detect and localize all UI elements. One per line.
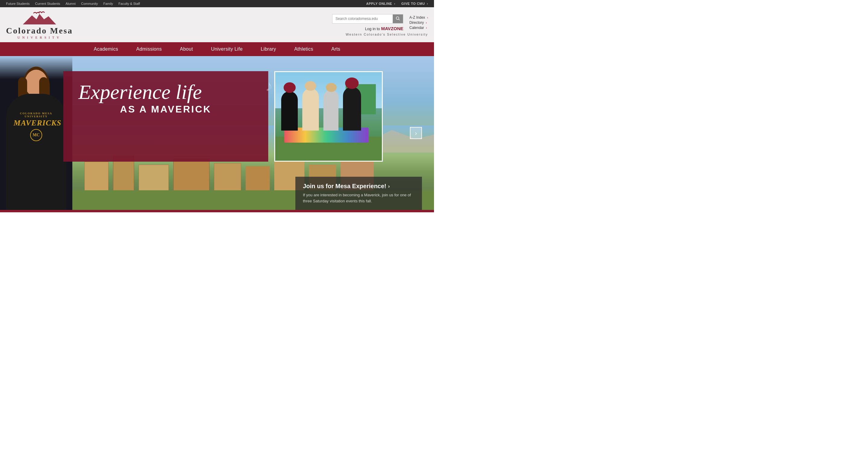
carousel-next-button[interactable]: › [410, 127, 422, 139]
head-4 [345, 78, 359, 89]
calendar-link[interactable]: Calendar › [409, 26, 427, 30]
nav-university-life[interactable]: University Life [202, 42, 252, 56]
nav-current-students[interactable]: Current Students [35, 2, 60, 5]
activity-scene [275, 72, 382, 161]
info-arrow-icon: › [388, 184, 390, 189]
bottom-accent-bar [0, 210, 434, 212]
head-2 [305, 81, 316, 91]
give-to-cmu-link[interactable]: GIVE TO CMU › [401, 2, 428, 5]
hero-info-title: Join us for Mesa Experience! › [303, 183, 414, 190]
head-3 [326, 83, 337, 92]
az-chevron-icon: › [427, 16, 428, 19]
search-button[interactable] [393, 15, 403, 23]
nav-alumni[interactable]: Alumni [65, 2, 76, 5]
header-right: Log in to MAVZONE A-Z Index › Directory … [332, 14, 428, 36]
banner-text-block: Experience life AS A MAVERICK ♪ [63, 71, 268, 162]
apply-online-link[interactable]: APPLY ONLINE › [366, 2, 395, 5]
person-3 [323, 90, 338, 131]
mavzone-brand[interactable]: MAVZONE [381, 26, 403, 31]
calendar-chevron-icon: › [426, 26, 427, 30]
nav-family[interactable]: Family [103, 2, 113, 5]
music-note-decoration: ♪ [265, 77, 273, 95]
nav-admissions[interactable]: Admissions [127, 42, 171, 56]
hero-info-text: If you are interested in becoming a Mave… [303, 192, 414, 204]
search-input[interactable] [333, 15, 393, 23]
top-bar: Future Students Current Students Alumni … [0, 0, 434, 7]
building-4 [173, 158, 210, 192]
nav-faculty-staff[interactable]: Faculty & Staff [119, 2, 140, 5]
az-index-link[interactable]: A-Z Index › [409, 16, 428, 20]
nav-future-students[interactable]: Future Students [6, 2, 30, 5]
cmu-text: COLORADO MESA UNIVERSITY [13, 112, 59, 118]
svg-point-0 [396, 17, 399, 19]
top-bar-left: Future Students Current Students Alumni … [6, 2, 140, 5]
tagline: Western Colorado's Selective University [346, 33, 428, 36]
search-icon [396, 16, 400, 21]
hero-banner: Experience life AS A MAVERICK ♪ [63, 71, 425, 162]
hero-section: COLORADO MESA UNIVERSITY MAVERICKS MC Ex… [0, 56, 434, 210]
building-5 [214, 163, 241, 192]
building-1 [84, 162, 108, 192]
student-photo-area: COLORADO MESA UNIVERSITY MAVERICKS MC [0, 56, 72, 210]
main-nav: Academics Admissions About University Li… [0, 42, 434, 56]
head-1 [284, 82, 296, 93]
utility-links: A-Z Index › Directory › Calendar › [409, 16, 428, 30]
person-2 [302, 88, 319, 131]
person-4 [343, 87, 361, 131]
university-subtitle: UNIVERSITY [18, 36, 61, 39]
directory-chevron-icon: › [426, 21, 427, 24]
logo-area: Colorado Mesa UNIVERSITY [6, 11, 73, 39]
banner-activity-image [274, 71, 383, 162]
cmu-mountain-logo [20, 11, 59, 25]
directory-link[interactable]: Directory › [409, 21, 427, 25]
sweatshirt-text-area: COLORADO MESA UNIVERSITY MAVERICKS MC [13, 112, 59, 141]
mavericks-text: MAVERICKS [13, 118, 59, 127]
nav-library[interactable]: Library [252, 42, 285, 56]
building-6 [246, 166, 270, 192]
nav-community[interactable]: Community [81, 2, 98, 5]
search-box [332, 14, 403, 24]
nav-arts[interactable]: Arts [322, 42, 349, 56]
nav-athletics[interactable]: Athletics [285, 42, 322, 56]
student-figure: COLORADO MESA UNIVERSITY MAVERICKS MC [0, 59, 72, 210]
give-chevron-icon: › [427, 2, 428, 5]
mc-logo: MC [30, 129, 42, 141]
hero-info-block: Join us for Mesa Experience! › If you ar… [296, 177, 422, 210]
apply-chevron-icon: › [394, 2, 396, 5]
university-name: Colorado Mesa [6, 27, 73, 35]
nav-academics[interactable]: Academics [85, 42, 127, 56]
banner-headline: Experience life [79, 82, 253, 102]
header-right-top: Log in to MAVZONE A-Z Index › Directory … [332, 14, 428, 31]
person-1 [281, 91, 298, 131]
header: Colorado Mesa UNIVERSITY Log in to MAVZO… [0, 7, 434, 42]
top-bar-right: APPLY ONLINE › GIVE TO CMU › [366, 2, 428, 5]
banner-subheadline: AS A MAVERICK [79, 104, 253, 115]
nav-about[interactable]: About [171, 42, 202, 56]
building-3 [138, 165, 169, 192]
student-sweatshirt: COLORADO MESA UNIVERSITY MAVERICKS MC [6, 94, 66, 210]
mavzone-login: Log in to MAVZONE [365, 26, 403, 31]
svg-line-1 [399, 19, 400, 20]
